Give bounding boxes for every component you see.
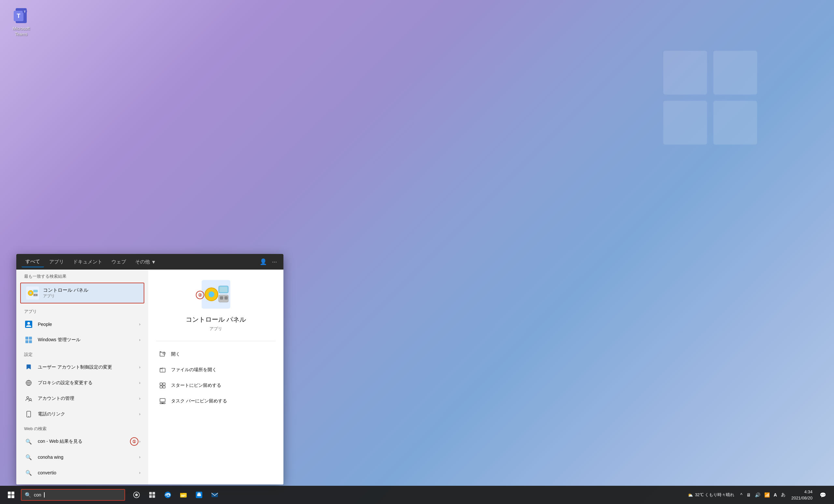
tab-all[interactable]: すべて (22, 256, 44, 267)
tray-chevron[interactable]: ^ (739, 491, 744, 498)
taskbar-mail[interactable] (207, 487, 222, 502)
weather-section[interactable]: ⛅ 32℃ くもり時々晴れ (685, 492, 737, 498)
windows-tools-arrow: › (139, 338, 140, 342)
taskbar-file-explorer[interactable] (176, 487, 191, 502)
menu-right: ② コントロール パネル アプリ (148, 270, 283, 484)
taskbar-store[interactable] (192, 487, 206, 502)
right-action-folder[interactable]: ファイルの場所を開く (156, 362, 276, 378)
list-item-phone[interactable]: 電話のリンク › (16, 406, 148, 422)
svg-point-11 (30, 292, 31, 294)
web-con-arrow: › (139, 439, 140, 444)
web-conoha-wing-arrow: › (139, 455, 140, 459)
clock-section[interactable]: 4:34 2021/08/20 (789, 489, 815, 501)
taskbar-widgets[interactable] (145, 487, 160, 502)
web-item-con-label: con - Web 結果を見る (38, 439, 139, 444)
more-options-icon[interactable]: ··· (271, 257, 278, 267)
notification-button[interactable]: 💬 (817, 489, 829, 501)
list-item-proxy[interactable]: プロキシの設定を変更する › (16, 375, 148, 391)
svg-rect-19 (29, 337, 32, 340)
user-icon[interactable]: 👤 (258, 257, 268, 267)
svg-rect-61 (152, 495, 155, 498)
windows-tools-label: Windows 管理ツール (38, 337, 139, 343)
svg-rect-2 (663, 101, 707, 144)
control-panel-icon-large (202, 280, 230, 308)
svg-rect-48 (163, 386, 165, 388)
teams-icon: T T (12, 6, 30, 25)
uac-arrow: › (139, 365, 140, 369)
phone-label: 電話のリンク (38, 411, 139, 417)
svg-rect-52 (8, 491, 11, 495)
svg-rect-38 (224, 296, 228, 300)
web-item-conoha-wing-label: conoha wing (38, 455, 139, 460)
list-item-uac[interactable]: ユーザー アカウント制御設定の変更 › (16, 360, 148, 375)
tray-keyboard-a[interactable]: A (772, 491, 778, 498)
svg-rect-14 (34, 294, 35, 296)
desktop-icon-teams[interactable]: T T Microsoft Teams (6, 6, 36, 37)
taskbar-search-bar[interactable]: 🔍 con (21, 489, 125, 501)
tab-web[interactable]: ウェブ (108, 257, 130, 267)
desktop: T T Microsoft Teams すべて アプリ ドキュメント ウェブ そ… (0, 0, 834, 504)
tray-volume[interactable]: 🔊 (753, 491, 762, 498)
svg-rect-64 (181, 495, 186, 496)
start-menu: すべて アプリ ドキュメント ウェブ その他 ▼ 👤 ··· 最も一致する検索結… (16, 254, 283, 484)
teams-icon-label: Microsoft Teams (6, 26, 36, 37)
tab-more[interactable]: その他 ▼ (131, 257, 160, 267)
svg-rect-65 (181, 496, 184, 497)
action-pin-taskbar-label: タスク バーにピン留めする (171, 398, 227, 404)
menu-body: 最も一致する検索結果 (16, 270, 283, 484)
list-item-accounts[interactable]: アカウントの管理 › (16, 391, 148, 406)
right-action-pin-taskbar[interactable]: タスク バーにピン留めする (156, 393, 276, 409)
svg-rect-46 (163, 383, 165, 385)
section-settings-label: 設定 (16, 348, 148, 360)
list-item-web-conoha[interactable]: 🔍 conoha › (16, 481, 148, 484)
list-item-web-con[interactable]: 🔍 con - Web 結果を見る › ① (16, 434, 148, 449)
action-pin-start-label: スタートにピン留めする (171, 383, 221, 388)
taskbar-right: ⛅ 32℃ くもり時々晴れ ^ 🖥 🔊 📶 A あ 4:34 2021/08/2… (685, 489, 831, 501)
search-icon-web4: 🔍 (24, 484, 33, 484)
list-item-windows-tools[interactable]: Windows 管理ツール › (16, 332, 148, 348)
svg-point-28 (29, 398, 31, 400)
best-match-item[interactable]: コントロール パネル アプリ (20, 282, 144, 303)
taskbar-edge[interactable] (160, 487, 175, 502)
menu-tabs: すべて アプリ ドキュメント ウェブ その他 ▼ 👤 ··· (16, 254, 283, 270)
tab-documents[interactable]: ドキュメント (69, 257, 106, 267)
svg-rect-12 (33, 290, 38, 292)
tray-icons: ^ 🖥 🔊 📶 A あ (739, 491, 787, 499)
right-action-pin-start[interactable]: スタートにピン留めする (156, 378, 276, 393)
svg-rect-53 (12, 491, 14, 495)
list-item-people[interactable]: People › (16, 317, 148, 332)
right-action-open[interactable]: 開く (156, 346, 276, 362)
taskbar: 🔍 con (0, 486, 834, 504)
badge-two: ② (196, 291, 204, 299)
weather-text: 32℃ くもり時々晴れ (695, 492, 734, 498)
notification-icon: 💬 (820, 492, 826, 498)
tray-wifi[interactable]: 📶 (763, 491, 771, 498)
pin-start-icon (159, 382, 167, 389)
folder-icon (159, 366, 167, 374)
tray-network[interactable]: 🖥 (745, 491, 752, 498)
taskbar-cursor (44, 492, 45, 498)
tray-ime[interactable]: あ (780, 491, 787, 499)
accounts-label: アカウントの管理 (38, 395, 139, 402)
list-item-web-convertio[interactable]: 🔍 convertio › (16, 465, 148, 481)
svg-rect-35 (220, 287, 227, 292)
start-button[interactable] (3, 486, 20, 503)
taskbar-taskview[interactable] (129, 487, 144, 502)
accounts-arrow: › (139, 396, 140, 401)
list-item-web-conoha-wing[interactable]: 🔍 conoha wing › (16, 449, 148, 465)
control-panel-icon-small (26, 287, 39, 300)
uac-icon (24, 363, 33, 372)
section-best-label: 最も一致する検索結果 (16, 270, 148, 281)
svg-rect-45 (160, 383, 162, 385)
svg-text:T: T (24, 10, 26, 13)
proxy-label: プロキシの設定を変更する (38, 380, 139, 386)
tab-apps[interactable]: アプリ (45, 257, 68, 267)
svg-rect-37 (220, 296, 223, 300)
clock-time: 4:34 (791, 489, 812, 495)
svg-marker-22 (27, 365, 30, 369)
proxy-icon (24, 378, 33, 387)
svg-point-27 (27, 396, 29, 398)
section-apps-label: アプリ (16, 305, 148, 317)
phone-icon (24, 410, 33, 419)
svg-point-30 (28, 416, 29, 417)
